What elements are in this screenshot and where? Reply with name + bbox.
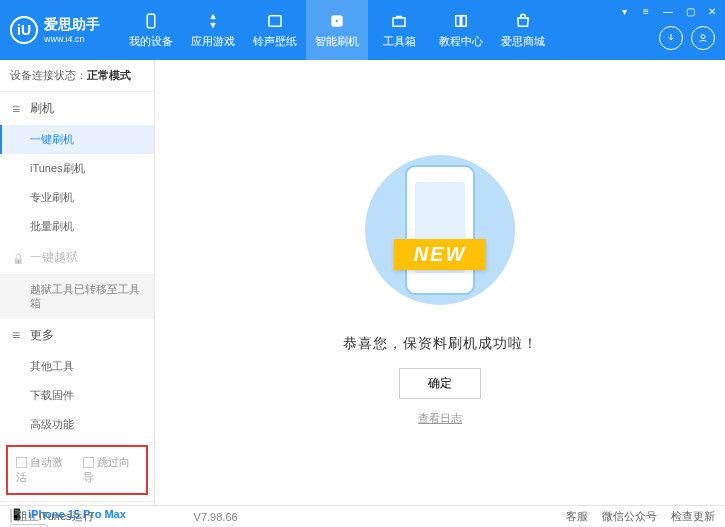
skip-guide-checkbox[interactable]: 跳过向导 <box>83 455 138 485</box>
download-button[interactable] <box>659 26 683 50</box>
device-status: 设备连接状态：正常模式 <box>0 60 154 92</box>
list-icon <box>12 327 24 343</box>
close-icon[interactable]: ✕ <box>705 4 719 18</box>
maximize-icon[interactable]: ▢ <box>683 4 697 18</box>
body: 设备连接状态：正常模式 刷机 一键刷机 iTunes刷机 专业刷机 批量刷机 一… <box>0 60 725 505</box>
jailbreak-note: 越狱工具已转移至工具箱 <box>0 274 154 319</box>
section-more[interactable]: 更多 <box>0 319 154 352</box>
svg-rect-3 <box>393 18 405 26</box>
sidebar-item-other-tools[interactable]: 其他工具 <box>0 352 154 381</box>
sidebar-item-batch-flash[interactable]: 批量刷机 <box>0 212 154 241</box>
storage-badge: 512GB <box>10 524 48 527</box>
logo: iU 爱思助手 www.i4.cn <box>10 16 100 44</box>
sidebar-item-advanced[interactable]: 高级功能 <box>0 410 154 439</box>
ok-button[interactable]: 确定 <box>399 368 481 399</box>
flash-icon <box>327 11 347 31</box>
version-label: V7.98.66 <box>194 511 238 523</box>
nav-ringtones[interactable]: 铃声壁纸 <box>244 0 306 60</box>
nav-my-device[interactable]: 我的设备 <box>120 0 182 60</box>
app-title: 爱思助手 <box>44 16 100 34</box>
sidebar-item-pro-flash[interactable]: 专业刷机 <box>0 183 154 212</box>
svg-rect-0 <box>147 14 155 28</box>
block-itunes-checkbox[interactable]: 阻止iTunes运行 <box>10 509 94 524</box>
nav-label: 教程中心 <box>439 34 483 49</box>
view-log-link[interactable]: 查看日志 <box>418 411 462 426</box>
lock-icon <box>12 251 24 265</box>
nav-flash[interactable]: 智能刷机 <box>306 0 368 60</box>
footer-update[interactable]: 检查更新 <box>671 509 715 524</box>
sidebar-item-itunes-flash[interactable]: iTunes刷机 <box>0 154 154 183</box>
nav-label: 应用游戏 <box>191 34 235 49</box>
top-nav: 我的设备 应用游戏 铃声壁纸 智能刷机 工具箱 教程中心 爱思商城 <box>120 0 554 60</box>
sidebar-item-oneclick-flash[interactable]: 一键刷机 <box>0 125 154 154</box>
main-content: NEW 恭喜您，保资料刷机成功啦！ 确定 查看日志 <box>155 60 725 505</box>
menu-icon[interactable]: ▾ <box>617 4 631 18</box>
status-value: 正常模式 <box>87 69 131 81</box>
apps-icon <box>203 11 223 31</box>
user-button[interactable] <box>691 26 715 50</box>
nav-apps[interactable]: 应用游戏 <box>182 0 244 60</box>
header-actions <box>659 26 715 50</box>
sidebar-item-download-firmware[interactable]: 下载固件 <box>0 381 154 410</box>
section-flash[interactable]: 刷机 <box>0 92 154 125</box>
list-icon <box>12 101 24 117</box>
window-controls: ▾ ≡ — ▢ ✕ <box>617 4 719 18</box>
device-icon <box>141 11 161 31</box>
settings-icon[interactable]: ≡ <box>639 4 653 18</box>
app-url: www.i4.cn <box>44 34 100 44</box>
app-header: iU 爱思助手 www.i4.cn 我的设备 应用游戏 铃声壁纸 智能刷机 工具… <box>0 0 725 60</box>
nav-label: 工具箱 <box>383 34 416 49</box>
new-banner: NEW <box>394 239 487 270</box>
success-illustration: NEW <box>350 140 530 320</box>
store-icon <box>513 11 533 31</box>
nav-toolbox[interactable]: 工具箱 <box>368 0 430 60</box>
nav-label: 我的设备 <box>129 34 173 49</box>
footer-wechat[interactable]: 微信公众号 <box>602 509 657 524</box>
status-label: 设备连接状态： <box>10 69 87 81</box>
options-highlight: 自动激活 跳过向导 <box>6 445 148 495</box>
svg-point-4 <box>701 35 705 39</box>
success-message: 恭喜您，保资料刷机成功啦！ <box>343 335 538 353</box>
book-icon <box>451 11 471 31</box>
nav-tutorials[interactable]: 教程中心 <box>430 0 492 60</box>
auto-activate-checkbox[interactable]: 自动激活 <box>16 455 71 485</box>
sidebar: 设备连接状态：正常模式 刷机 一键刷机 iTunes刷机 专业刷机 批量刷机 一… <box>0 60 155 505</box>
footer-support[interactable]: 客服 <box>566 509 588 524</box>
phone-icon <box>405 165 475 295</box>
minimize-icon[interactable]: — <box>661 4 675 18</box>
nav-store[interactable]: 爱思商城 <box>492 0 554 60</box>
nav-label: 爱思商城 <box>501 34 545 49</box>
nav-label: 铃声壁纸 <box>253 34 297 49</box>
toolbox-icon <box>389 11 409 31</box>
image-icon <box>265 11 285 31</box>
logo-icon: iU <box>10 16 38 44</box>
svg-rect-1 <box>269 16 281 27</box>
section-jailbreak: 一键越狱 <box>0 241 154 274</box>
nav-label: 智能刷机 <box>315 34 359 49</box>
